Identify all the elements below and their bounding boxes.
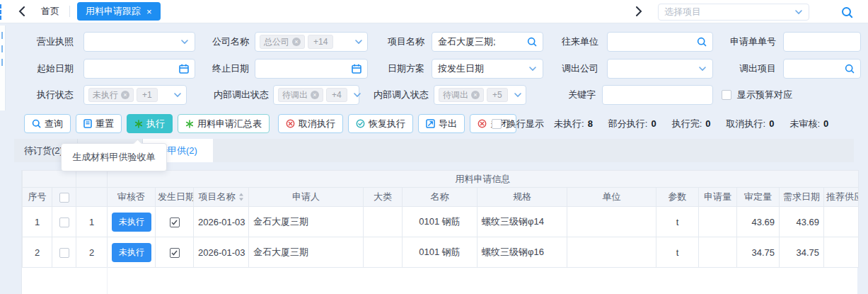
- resume-execution-button[interactable]: 恢复执行: [348, 114, 413, 133]
- back-icon[interactable]: [13, 2, 31, 21]
- transfer-out-project-search[interactable]: [783, 59, 861, 79]
- reset-button[interactable]: 重置: [76, 114, 122, 133]
- query-button[interactable]: 查询: [24, 114, 71, 133]
- table-row[interactable]: 1 1 未执行 2026-01-03 金石大厦三期 0101 钢筋 螺纹三级钢φ…: [23, 207, 859, 237]
- stat-unexecuted-value: 8: [588, 118, 593, 129]
- sort-icon[interactable]: [238, 193, 244, 201]
- keyword-field[interactable]: [602, 85, 713, 105]
- tag-remove-icon[interactable]: ×: [311, 91, 319, 99]
- stat-completed-value: 0: [705, 118, 710, 129]
- search-icon: [32, 119, 41, 128]
- start-date-input[interactable]: [90, 64, 176, 74]
- internal-transfer-out-status-multiselect[interactable]: 待调出 × +4: [273, 85, 359, 105]
- stat-cancelled-value: 0: [769, 118, 774, 129]
- calendar-icon[interactable]: [352, 64, 361, 74]
- confirmed-checkbox[interactable]: [170, 217, 180, 227]
- application-no-field[interactable]: [783, 32, 861, 52]
- wrap-display-label: 换行显示: [507, 118, 544, 130]
- export-icon: [426, 119, 435, 128]
- toolbar-right: 换行显示 未执行:8 部分执行:0 执行完:0 取消执行:0 未审核:0: [492, 114, 828, 133]
- transfer-out-project-input[interactable]: [789, 64, 842, 74]
- transfer-out-project-label: 调出项目: [730, 62, 776, 75]
- date-scheme-label: 日期方案: [388, 62, 424, 75]
- end-date-label: 终止日期: [212, 62, 249, 75]
- wrap-display-checkbox[interactable]: [492, 119, 502, 129]
- execution-status-multiselect[interactable]: 未执行 × +1: [83, 85, 187, 105]
- search-icon[interactable]: [697, 37, 707, 47]
- cell-approve-qty: 34.75: [737, 237, 780, 268]
- cell-category: [364, 237, 403, 268]
- chevron-down-icon: [698, 66, 707, 72]
- top-bar: 首页 用料申请跟踪 × 选择项目: [0, 0, 868, 23]
- search-icon[interactable]: [527, 37, 537, 47]
- execute-button[interactable]: 执行: [127, 114, 173, 133]
- status-badge[interactable]: 未执行: [112, 213, 151, 232]
- selected-tag: 未执行 ×: [88, 88, 134, 102]
- material-application-summary-button[interactable]: 用料申请汇总表: [178, 114, 270, 133]
- col-name: 名称: [403, 188, 478, 207]
- date-scheme-value: 按发生日期: [438, 62, 526, 75]
- cell-project: 金石大厦三期: [249, 237, 364, 268]
- col-category: 大类: [364, 188, 403, 207]
- stat-unexecuted-label: 未执行:: [554, 118, 584, 130]
- internal-transfer-in-status-multiselect[interactable]: 待调出 × +5: [434, 85, 526, 105]
- col-need-date: 需求日期: [780, 188, 824, 207]
- row-checkbox[interactable]: [59, 248, 69, 258]
- selected-tag: 待调出 ×: [439, 88, 484, 102]
- forward-icon[interactable]: [630, 2, 648, 21]
- keyword-input[interactable]: [608, 90, 707, 101]
- search-icon[interactable]: [845, 64, 855, 74]
- col-occur-date: 发生日期: [156, 188, 194, 207]
- cell-supplier: [824, 237, 859, 268]
- tag-remove-icon[interactable]: ×: [121, 91, 129, 99]
- end-date-input[interactable]: [261, 64, 349, 74]
- project-name-search[interactable]: [432, 32, 543, 52]
- col-project-name[interactable]: 项目名称: [194, 188, 249, 207]
- status-badge[interactable]: 未执行: [112, 243, 151, 262]
- tooltip-generate-owner-supply-receipt: 生成材料甲供验收单: [61, 143, 167, 171]
- transfer-out-company-select[interactable]: [607, 59, 713, 79]
- business-license-select[interactable]: [83, 32, 195, 52]
- col-param: 参数: [656, 188, 699, 207]
- col-spec: 规格: [478, 188, 567, 207]
- tab-label: 用料申请跟踪: [86, 5, 141, 18]
- company-name-multiselect[interactable]: 总公司 × +14: [255, 32, 368, 52]
- stat-unaudited-value: 0: [823, 118, 828, 129]
- divider: [69, 6, 70, 17]
- table-row[interactable]: 2 2 未执行 2026-01-03 金石大厦三期 0101 钢筋 螺纹三级钢φ…: [23, 237, 859, 268]
- project-select-placeholder: 选择项目: [664, 6, 794, 18]
- date-scheme-select[interactable]: 按发生日期: [432, 59, 543, 79]
- counterparty-input[interactable]: [613, 37, 694, 47]
- col-blank: [76, 188, 108, 207]
- cell-need-date: 34.75: [780, 237, 824, 268]
- tab-material-application-tracking[interactable]: 用料申请跟踪 ×: [77, 2, 161, 21]
- calendar-icon[interactable]: [179, 64, 189, 74]
- cell-supplier: [824, 207, 859, 237]
- cell-category: [364, 207, 403, 237]
- end-date-picker[interactable]: [255, 59, 368, 79]
- project-select[interactable]: 选择项目: [658, 4, 809, 21]
- select-all-checkbox[interactable]: [59, 193, 69, 203]
- row-checkbox[interactable]: [59, 217, 69, 227]
- tag-remove-icon[interactable]: ×: [471, 91, 480, 99]
- search-icon[interactable]: [838, 4, 855, 21]
- cancel-execution-button[interactable]: 取消执行: [278, 114, 343, 133]
- cell-apply-qty: [699, 207, 737, 237]
- start-date-picker[interactable]: [83, 59, 195, 79]
- stat-partial-value: 0: [651, 118, 656, 129]
- tag-remove-icon[interactable]: ×: [292, 38, 301, 46]
- more-count-tag: +5: [487, 88, 508, 102]
- counterparty-search[interactable]: [607, 32, 713, 52]
- filter-row-2: 起始日期 终止日期 日期方案 按发生日期 调出公司 调出项目: [0, 59, 861, 79]
- cell-name: 0101 钢筋: [403, 207, 478, 237]
- internal-transfer-out-status-label: 内部调出状态: [191, 89, 269, 101]
- application-no-input[interactable]: [789, 37, 855, 47]
- keyword-label: 关键字: [564, 89, 596, 101]
- breadcrumb-home[interactable]: 首页: [41, 5, 59, 18]
- export-button[interactable]: 导出: [418, 114, 465, 133]
- project-name-input[interactable]: [438, 37, 524, 47]
- show-budget-checkbox[interactable]: [722, 90, 731, 100]
- tab-close-icon[interactable]: ×: [146, 7, 152, 16]
- confirmed-checkbox[interactable]: [170, 248, 180, 258]
- collapsed-sidebar-handle[interactable]: [0, 4, 4, 20]
